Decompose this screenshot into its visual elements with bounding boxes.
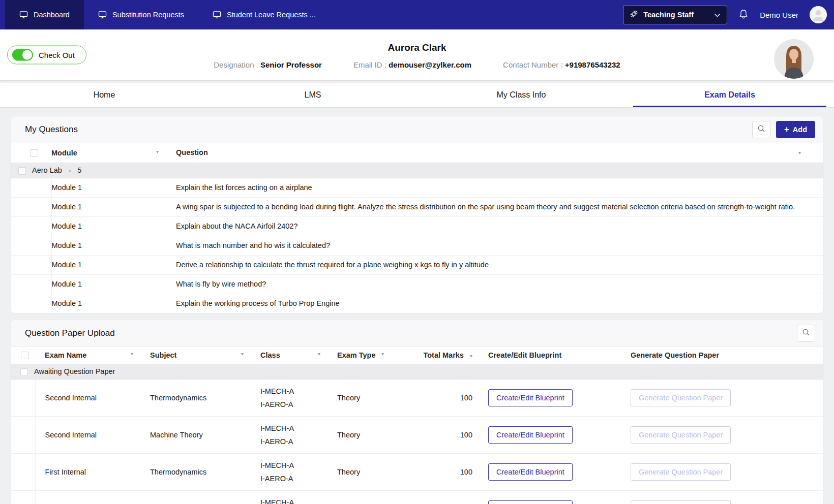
subject-cell: Thermodynamics xyxy=(140,380,251,417)
column-label: Exam Type xyxy=(337,351,376,359)
module-cell: Module 1 xyxy=(51,255,166,274)
create-edit-blueprint-button[interactable]: Create/Edit Blueprint xyxy=(488,389,573,406)
column-label: Question xyxy=(176,148,208,156)
nav-item-label: Student Leave Requests ... xyxy=(227,11,316,19)
column-label: Total Marks xyxy=(423,351,464,359)
question-cell: Explain about the NACA Airfoil 2402? xyxy=(166,216,823,236)
group-checkbox[interactable] xyxy=(18,167,26,175)
column-header-class[interactable]: Class ▾ xyxy=(251,347,327,364)
question-row[interactable]: Module 1 Explain about the NACA Airfoil … xyxy=(11,216,823,236)
class-cell: I-MECH-A I-AERO-A xyxy=(251,380,327,417)
exam-row[interactable]: Second Internal Thermodynamics I-MECH-A … xyxy=(11,380,823,417)
tab-label: Exam Details xyxy=(704,90,755,100)
role-selector-dropdown[interactable]: Teaching Staff xyxy=(623,6,727,24)
user-name[interactable]: Demo User xyxy=(760,11,798,19)
column-header-total-marks[interactable]: Total Marks ▾ xyxy=(391,347,479,364)
nav-item-substitution-requests[interactable]: Substitution Requests xyxy=(84,0,198,29)
question-row[interactable]: Module 1 What is fly by wire method? xyxy=(11,274,823,294)
select-all-checkbox[interactable] xyxy=(21,352,28,359)
caret-down-icon[interactable]: ▾ xyxy=(798,147,801,158)
user-avatar[interactable] xyxy=(810,6,827,23)
create-edit-blueprint-button[interactable]: Create/Edit Blueprint xyxy=(488,500,573,504)
email-value: demouser@zylker.com xyxy=(389,60,471,69)
contact-label: Contact Number : xyxy=(503,60,563,69)
exam-type-cell: Theory xyxy=(327,417,391,454)
nav-item-dashboard[interactable]: Dashboard xyxy=(5,0,84,29)
exam-row[interactable]: First Internal Machine Theory I-MECH-A I… xyxy=(11,491,823,504)
question-row[interactable]: Module 1 Derive a relationship to calcul… xyxy=(11,255,823,274)
question-row[interactable]: Module 1 Explain the working process of … xyxy=(11,294,823,313)
add-button-label: Add xyxy=(793,125,807,134)
profile-summary: Aurora Clark Designation : Senior Profes… xyxy=(214,42,620,69)
tab-label: Home xyxy=(94,90,115,100)
profile-photo xyxy=(774,39,814,79)
select-all-checkbox[interactable] xyxy=(31,149,38,157)
column-header-question[interactable]: Question ▾ xyxy=(166,143,823,163)
group-row-aero-lab[interactable]: Aero Lab › 5 xyxy=(11,163,823,178)
generate-question-paper-button: Generate Question Paper xyxy=(631,426,731,444)
nav-item-student-leave-requests[interactable]: Student Leave Requests ... xyxy=(198,0,330,29)
contact-value: +919876543232 xyxy=(565,60,620,69)
total-marks-cell: 100 xyxy=(391,417,479,454)
designation-value: Senior Professor xyxy=(260,60,322,69)
top-navigation: Dashboard Substitution Requests Student … xyxy=(0,0,834,29)
toggle-on-icon[interactable] xyxy=(12,49,33,60)
group-checkbox[interactable] xyxy=(20,368,28,376)
create-edit-blueprint-button[interactable]: Create/Edit Blueprint xyxy=(488,426,573,444)
exam-name-cell: First Internal xyxy=(35,454,140,491)
question-cell: Explain the working process of Turbo Pro… xyxy=(166,294,823,313)
caret-down-icon[interactable]: ▾ xyxy=(131,351,133,357)
question-cell: A wing spar is subjected to a bending lo… xyxy=(166,197,823,216)
module-cell: Module 1 xyxy=(51,294,166,313)
tab-exam-details[interactable]: Exam Details xyxy=(626,83,834,107)
chevron-down-icon xyxy=(714,11,721,19)
table-header-row: Module ▾ Question ▾ xyxy=(11,143,823,163)
search-button[interactable] xyxy=(797,325,815,342)
search-icon xyxy=(802,328,810,338)
class-cell: I-MECH-A I-AERO-A xyxy=(251,454,327,491)
search-button[interactable] xyxy=(752,121,770,138)
checkout-toggle-button[interactable]: Check Out xyxy=(7,45,86,64)
nav-item-label: Substitution Requests xyxy=(112,11,184,19)
column-header-exam-type[interactable]: Exam Type ▾ xyxy=(327,347,391,364)
caret-down-icon[interactable]: ▾ xyxy=(470,353,472,359)
question-row[interactable]: Module 1 A wing spar is subjected to a b… xyxy=(11,197,823,216)
generate-question-paper-button: Generate Question Paper xyxy=(631,500,731,504)
column-header-module[interactable]: Module ▾ xyxy=(51,143,166,163)
column-header-subject[interactable]: Subject ▾ xyxy=(140,347,251,364)
exam-name-cell: Second Internal xyxy=(35,380,140,417)
caret-down-icon[interactable]: ▾ xyxy=(241,351,244,357)
question-row[interactable]: Module 1 What is mach number and ho wis … xyxy=(11,236,823,255)
column-label: Create/Edit Blueprint xyxy=(488,351,561,359)
column-label: Generate Question Paper xyxy=(631,351,719,359)
caret-down-icon[interactable]: ▾ xyxy=(381,351,384,357)
exam-row[interactable]: First Internal Thermodynamics I-MECH-A I… xyxy=(11,454,823,491)
my-questions-table: Module ▾ Question ▾ Aero Lab › 5 xyxy=(11,143,823,313)
caret-down-icon[interactable]: ▾ xyxy=(156,149,159,154)
profile-contact: Contact Number : +919876543232 xyxy=(503,60,620,69)
create-edit-blueprint-button[interactable]: Create/Edit Blueprint xyxy=(488,463,573,481)
column-header-exam-name[interactable]: Exam Name ▾ xyxy=(35,347,140,364)
column-header-blueprint: Create/Edit Blueprint xyxy=(479,347,621,364)
monitor-icon xyxy=(213,11,221,19)
group-count: 5 xyxy=(77,166,81,174)
bell-icon[interactable] xyxy=(738,9,749,21)
group-row-awaiting-question-paper[interactable]: Awaiting Question Paper xyxy=(11,364,823,380)
tab-home[interactable]: Home xyxy=(0,83,208,107)
tab-my-class-info[interactable]: My Class Info xyxy=(417,83,626,107)
add-question-button[interactable]: + Add xyxy=(776,121,815,138)
caret-down-icon[interactable]: ▾ xyxy=(318,351,320,357)
question-row[interactable]: Module 1 Explain the list forces acting … xyxy=(11,178,823,197)
question-paper-upload-table: Exam Name ▾ Subject ▾ Class ▾ Exam Type … xyxy=(11,347,823,504)
column-label: Module xyxy=(51,149,77,157)
exam-name-cell: Second Internal xyxy=(35,417,140,454)
exam-name-cell: First Internal xyxy=(35,491,140,504)
module-cell: Module 1 xyxy=(51,178,166,197)
exam-row[interactable]: Second Internal Machine Theory I-MECH-A … xyxy=(11,417,823,454)
checkout-label: Check Out xyxy=(39,50,75,59)
tab-lms[interactable]: LMS xyxy=(208,83,417,107)
exam-type-cell: Theory xyxy=(327,380,391,417)
profile-name: Aurora Clark xyxy=(214,42,620,53)
total-marks-cell: 100 xyxy=(391,454,479,491)
section-tabbar: Home LMS My Class Info Exam Details xyxy=(0,83,834,108)
